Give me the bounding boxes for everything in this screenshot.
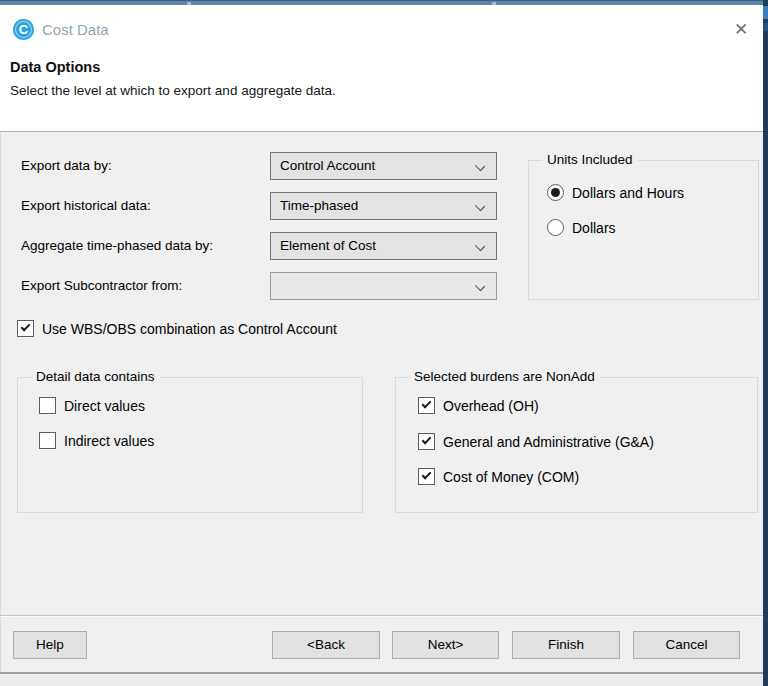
group-title: Detail data contains bbox=[31, 369, 160, 384]
export-subcontractor-label: Export Subcontractor from: bbox=[21, 272, 182, 300]
checkbox-label: General and Administrative (G&A) bbox=[443, 434, 654, 450]
radio-icon bbox=[547, 184, 564, 201]
back-button[interactable]: <Back bbox=[272, 631, 380, 659]
chevron-down-icon bbox=[475, 241, 485, 251]
export-subcontractor-dropdown[interactable] bbox=[270, 272, 497, 300]
footer-separator bbox=[0, 615, 763, 617]
app-icon: C bbox=[13, 19, 34, 40]
group-title: Units Included bbox=[542, 152, 638, 167]
radio-label: Dollars and Hours bbox=[572, 185, 684, 201]
radio-dollars[interactable]: Dollars bbox=[547, 219, 616, 236]
checkbox-label: Cost of Money (COM) bbox=[443, 469, 579, 485]
export-data-by-dropdown[interactable]: Control Account bbox=[270, 152, 497, 180]
checkbox-cost-of-money[interactable]: Cost of Money (COM) bbox=[418, 468, 579, 485]
right-edge-segment bbox=[763, 6, 768, 19]
group-title: Selected burdens are NonAdd bbox=[409, 369, 600, 384]
checkbox-wbs-obs-combination[interactable]: Use WBS/OBS combination as Control Accou… bbox=[17, 320, 337, 337]
chevron-down-icon bbox=[475, 161, 485, 171]
right-edge-segment bbox=[763, 23, 768, 31]
help-button[interactable]: Help bbox=[13, 631, 87, 659]
checkbox-label: Use WBS/OBS combination as Control Accou… bbox=[42, 321, 337, 337]
export-historical-data-label: Export historical data: bbox=[21, 192, 151, 220]
checkbox-icon bbox=[39, 397, 56, 414]
checkbox-icon bbox=[418, 468, 435, 485]
checkbox-indirect-values[interactable]: Indirect values bbox=[39, 432, 154, 449]
export-data-by-label: Export data by: bbox=[21, 152, 112, 180]
dropdown-value: Control Account bbox=[280, 153, 466, 179]
checkbox-label: Indirect values bbox=[64, 433, 154, 449]
aggregate-timephased-dropdown[interactable]: Element of Cost bbox=[270, 232, 497, 260]
units-included-group: Units Included Dollars and Hours Dollars bbox=[528, 160, 759, 300]
dialog-header: C Cost Data ✕ Data Options Select the le… bbox=[0, 5, 763, 132]
page-title: Data Options bbox=[10, 59, 100, 75]
checkbox-overhead[interactable]: Overhead (OH) bbox=[418, 397, 539, 414]
background-window-right-edge bbox=[763, 0, 768, 686]
close-icon[interactable]: ✕ bbox=[726, 16, 756, 44]
detail-data-group: Detail data contains Direct values Indir… bbox=[17, 377, 363, 513]
burdens-group: Selected burdens are NonAdd Overhead (OH… bbox=[395, 377, 758, 513]
radio-icon bbox=[547, 219, 564, 236]
finish-button[interactable]: Finish bbox=[512, 631, 620, 659]
cancel-button[interactable]: Cancel bbox=[633, 631, 740, 659]
radio-dollars-and-hours[interactable]: Dollars and Hours bbox=[547, 184, 684, 201]
next-button[interactable]: Next> bbox=[392, 631, 499, 659]
export-historical-data-dropdown[interactable]: Time-phased bbox=[270, 192, 497, 220]
checkbox-icon bbox=[418, 433, 435, 450]
checkbox-label: Overhead (OH) bbox=[443, 398, 539, 414]
cost-data-dialog: C Cost Data ✕ Data Options Select the le… bbox=[0, 0, 768, 686]
window-title: Cost Data bbox=[42, 21, 109, 38]
chevron-down-icon bbox=[475, 201, 485, 211]
checkbox-icon bbox=[418, 397, 435, 414]
checkbox-general-administrative[interactable]: General and Administrative (G&A) bbox=[418, 433, 654, 450]
checkbox-icon bbox=[17, 320, 34, 337]
checkbox-direct-values[interactable]: Direct values bbox=[39, 397, 145, 414]
dropdown-value: Element of Cost bbox=[280, 233, 466, 259]
checkbox-label: Direct values bbox=[64, 398, 145, 414]
radio-label: Dollars bbox=[572, 220, 616, 236]
dropdown-value: Time-phased bbox=[280, 193, 466, 219]
chevron-down-icon bbox=[475, 281, 485, 291]
background-below-dialog bbox=[0, 674, 763, 686]
page-subtitle: Select the level at which to export and … bbox=[10, 83, 336, 98]
aggregate-timephased-label: Aggregate time-phased data by: bbox=[21, 232, 213, 260]
checkbox-icon bbox=[39, 432, 56, 449]
